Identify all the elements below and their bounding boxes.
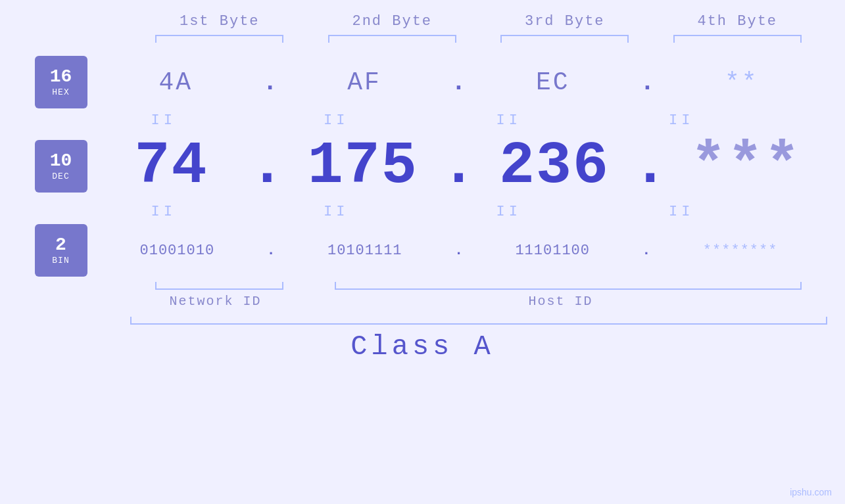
hex-dot-1: .	[262, 68, 278, 97]
bin-badge-number: 2	[55, 236, 66, 254]
bracket-bottom-host	[335, 282, 802, 290]
hex-byte-4: **	[677, 68, 806, 97]
byte-header-1: 1st Byte	[147, 13, 292, 30]
byte-header-4: 4th Byte	[665, 13, 809, 30]
dec-byte-3: 236	[491, 133, 619, 200]
bracket-class	[130, 317, 827, 325]
dec-badge-number: 10	[50, 152, 72, 170]
bin-dot-2: .	[454, 242, 463, 259]
bin-byte-4: ********	[676, 242, 804, 259]
hex-badge: 16 HEX	[35, 56, 87, 108]
network-id-label: Network ID	[133, 294, 298, 309]
dec-dot-3: .	[633, 133, 668, 200]
dec-byte-1: 74	[107, 133, 235, 200]
dec-byte-2: 175	[299, 133, 427, 200]
hex-badge-label: HEX	[52, 87, 69, 97]
hex-byte-1: 4A	[112, 68, 240, 97]
watermark: ipshu.com	[790, 487, 832, 497]
id-labels-row: Network ID Host ID	[133, 294, 824, 309]
equals-2-b3: II	[445, 204, 573, 220]
main-container: 1st Byte 2nd Byte 3rd Byte 4th Byte 16 H…	[0, 0, 845, 504]
bracket-top-1	[155, 35, 283, 43]
bracket-top-3	[500, 35, 629, 43]
bin-dot-1: .	[266, 242, 275, 259]
class-label: Class A	[0, 331, 845, 363]
hex-dot-2: .	[451, 68, 466, 97]
bracket-top-4	[673, 35, 802, 43]
equals-1-b3: II	[445, 112, 573, 129]
hex-byte-2: AF	[301, 68, 429, 97]
bin-badge-label: BIN	[52, 256, 69, 265]
bin-dot-3: .	[642, 242, 650, 259]
equals-2-b1: II	[99, 204, 228, 220]
dec-dot-1: .	[249, 133, 285, 200]
bin-byte-3: 11101100	[489, 242, 617, 259]
equals-1-b4: II	[617, 112, 746, 129]
dec-badge-label: DEC	[52, 172, 69, 181]
equals-1-b2: II	[272, 112, 400, 129]
bin-badge: 2 BIN	[35, 224, 87, 277]
bracket-top-2	[328, 35, 456, 43]
dec-row: 10 DEC 74 . 175 . 236 . ***	[35, 133, 837, 200]
dec-byte-4: ***	[682, 133, 810, 200]
byte-header-2: 2nd Byte	[320, 13, 464, 30]
hex-badge-number: 16	[50, 68, 72, 86]
hex-byte-3: EC	[489, 68, 617, 97]
bin-byte-2: 10101111	[301, 242, 429, 259]
bin-byte-1: 01001010	[113, 242, 241, 259]
hex-dot-3: .	[640, 68, 655, 97]
equals-1-b1: II	[99, 112, 228, 129]
equals-2-b2: II	[272, 204, 400, 220]
byte-header-3: 3rd Byte	[493, 13, 637, 30]
equals-2-b4: II	[617, 204, 746, 220]
hex-row: 16 HEX 4A . AF . EC . **	[35, 56, 837, 108]
bin-row: 2 BIN 01001010 . 10101111 . 11101100 . *…	[35, 224, 837, 277]
host-id-label: Host ID	[298, 294, 824, 309]
bracket-bottom-network	[155, 282, 283, 290]
dec-badge: 10 DEC	[35, 140, 87, 193]
dec-dot-2: .	[441, 133, 476, 200]
